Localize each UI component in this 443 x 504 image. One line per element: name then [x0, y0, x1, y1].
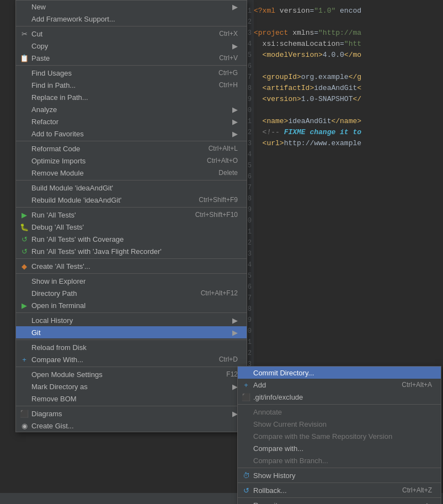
shortcut: Ctrl+V: [219, 54, 238, 62]
menu-item-module-settings[interactable]: Open Module Settings F12: [16, 368, 247, 380]
menu-item-directory-path[interactable]: Directory Path Ctrl+Alt+F12: [16, 287, 247, 299]
menu-item-repository[interactable]: Repository ▶: [238, 499, 441, 504]
code-line-10: [254, 105, 443, 116]
menu-item-add-framework[interactable]: Add Framework Support...: [16, 13, 247, 25]
paste-icon: 📋: [19, 54, 29, 62]
menu-item-debug-tests[interactable]: 🐛 Debug 'All Tests': [16, 221, 247, 233]
menu-item-rollback[interactable]: ↺ Rollback... Ctrl+Alt+Z: [238, 484, 441, 496]
menu-label: Commit Directory...: [253, 369, 432, 377]
menu-item-add[interactable]: + Add Ctrl+Alt+A: [238, 379, 441, 391]
add-icon: +: [241, 381, 251, 389]
menu-item-diagrams[interactable]: ⬛ Diagrams ▶: [16, 407, 247, 420]
code-line-29: [254, 315, 443, 326]
menu-item-open-terminal[interactable]: ▶ Open in Terminal: [16, 299, 247, 311]
separator: [238, 468, 441, 468]
menu-label: New: [31, 3, 228, 11]
code-line-3: <project xmlns="http://ma: [254, 28, 443, 39]
menu-item-optimize-imports[interactable]: Optimize Imports Ctrl+Alt+O: [16, 155, 247, 167]
arrow-icon: ▶: [232, 42, 238, 50]
menu-label: Annotate: [253, 408, 432, 416]
arrow-icon: ▶: [232, 105, 238, 114]
code-line-16: [254, 171, 443, 182]
menu-item-reformat[interactable]: Reformat Code Ctrl+Alt+L: [16, 142, 247, 155]
menu-label: Open Module Settings: [31, 370, 215, 379]
shortcut: Ctrl+Alt+A: [402, 381, 432, 389]
menu-item-show-current-revision[interactable]: Show Current Revision: [238, 418, 441, 430]
separator: [16, 180, 247, 181]
menu-label: Refactor: [31, 118, 228, 126]
menu-item-create-gist[interactable]: ◉ Create Gist...: [16, 420, 247, 432]
code-line-15: [254, 160, 443, 171]
shortcut: Ctrl+Shift+F10: [195, 211, 238, 219]
diagrams-icon: ⬛: [19, 410, 29, 418]
menu-item-add-favorites[interactable]: Add to Favorites ▶: [16, 128, 247, 140]
menu-item-gitinfo-exclude[interactable]: ⬛ .git/info/exclude: [238, 391, 441, 403]
menu-item-run-coverage[interactable]: ↺ Run 'All Tests' with Coverage: [16, 233, 247, 245]
menu-item-rebuild-module[interactable]: Rebuild Module 'ideaAndGit' Ctrl+Shift+F…: [16, 194, 247, 206]
menu-item-cut[interactable]: ✂ Cut Ctrl+X: [16, 28, 247, 40]
menu-item-git[interactable]: Git ▶: [16, 326, 247, 338]
menu-item-run-flight[interactable]: ↺ Run 'All Tests' with 'Java Flight Reco…: [16, 245, 247, 257]
terminal-icon: ▶: [19, 301, 29, 310]
menu-item-remove-module[interactable]: Remove Module Delete: [16, 167, 247, 179]
menu-item-new[interactable]: New ▶: [16, 1, 247, 13]
menu-label: Cut: [31, 30, 208, 38]
menu-item-commit-dir[interactable]: Commit Directory...: [238, 367, 441, 379]
menu-item-compare-branch[interactable]: Compare with Branch...: [238, 454, 441, 466]
flight-recorder-icon: ↺: [19, 247, 29, 256]
compare-icon: +: [19, 356, 29, 364]
separator: [16, 26, 247, 26]
menu-item-reload-disk[interactable]: Reload from Disk: [16, 341, 247, 353]
arrow-icon: ▶: [232, 118, 238, 126]
menu-item-find-in-path[interactable]: Find in Path... Ctrl+H: [16, 79, 247, 91]
menu-item-copy[interactable]: Copy ▶: [16, 40, 247, 52]
menu-item-annotate[interactable]: Annotate: [238, 406, 441, 418]
menu-label: Directory Path: [31, 289, 190, 298]
code-line-18: [254, 193, 443, 204]
menu-item-analyze[interactable]: Analyze ▶: [16, 103, 247, 115]
menu-item-compare-same-repo[interactable]: Compare with the Same Repository Version: [238, 430, 441, 442]
menu-label: Local History: [31, 316, 228, 325]
menu-item-paste[interactable]: 📋 Paste Ctrl+V: [16, 52, 247, 64]
menu-label: Add: [253, 381, 391, 389]
code-line-7: <groupId>org.example</g: [254, 72, 443, 83]
code-line-5: <modelVersion>4.0.0</mo: [254, 50, 443, 61]
code-line-9: <version>1.0-SNAPSHOT</: [254, 94, 443, 105]
coverage-icon: ↺: [19, 235, 29, 243]
menu-item-mark-directory[interactable]: Mark Directory as ▶: [16, 380, 247, 392]
arrow-icon: ▶: [426, 501, 432, 505]
cut-icon: ✂: [19, 30, 29, 38]
menu-item-show-explorer[interactable]: Show in Explorer: [16, 275, 247, 287]
code-line-22: [254, 237, 443, 248]
code-line-4: xsi:schemaLocation="htt: [254, 39, 443, 50]
menu-item-run-tests[interactable]: ▶ Run 'All Tests' Ctrl+Shift+F10: [16, 209, 247, 221]
code-line-14: [254, 149, 443, 160]
separator: [238, 404, 441, 405]
menu-label: Analyze: [31, 105, 228, 114]
menu-label: Remove BOM: [31, 395, 238, 403]
gist-icon: ◉: [19, 422, 29, 430]
menu-item-compare-with[interactable]: + Compare With... Ctrl+D: [16, 353, 247, 365]
menu-item-local-history[interactable]: Local History ▶: [16, 314, 247, 326]
shortcut: Ctrl+Alt+L: [209, 145, 238, 152]
menu-item-create-tests[interactable]: ◆ Create 'All Tests'...: [16, 260, 247, 272]
menu-label: Add Framework Support...: [31, 15, 238, 23]
menu-label: Compare with Branch...: [253, 457, 432, 465]
menu-item-replace-in-path[interactable]: Replace in Path...: [16, 91, 247, 103]
menu-item-show-history[interactable]: ⏱ Show History: [238, 469, 441, 481]
shortcut: F12: [226, 370, 238, 378]
menu-item-remove-bom[interactable]: Remove BOM: [16, 392, 247, 405]
menu-label: Repository: [253, 501, 422, 505]
code-line-32: [254, 348, 443, 359]
menu-item-find-usages[interactable]: Find Usages Ctrl+G: [16, 67, 247, 79]
context-menu-left: New ▶ Add Framework Support... ✂ Cut Ctr…: [15, 0, 247, 432]
menu-item-refactor[interactable]: Refactor ▶: [16, 115, 247, 128]
context-menu-git: Commit Directory... + Add Ctrl+Alt+A ⬛ .…: [237, 366, 441, 504]
menu-label: Run 'All Tests' with 'Java Flight Record…: [31, 247, 238, 256]
shortcut: Ctrl+Alt+F12: [201, 289, 238, 297]
shortcut: Ctrl+Shift+F9: [199, 196, 238, 204]
code-line-24: [254, 259, 443, 270]
menu-item-compare-with-right[interactable]: Compare with...: [238, 442, 441, 454]
separator: [16, 273, 247, 274]
menu-item-build-module[interactable]: Build Module 'ideaAndGit': [16, 182, 247, 194]
